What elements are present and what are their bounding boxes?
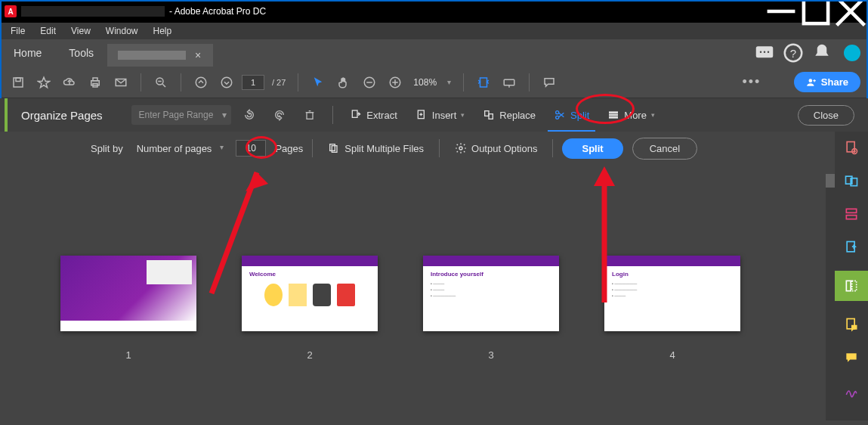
user-avatar[interactable]: [844, 45, 860, 61]
vertical-scrollbar[interactable]: [826, 174, 835, 420]
share-button[interactable]: Share: [794, 72, 860, 92]
print-icon[interactable]: [85, 72, 106, 93]
right-tool-rail: [835, 132, 868, 420]
pages-label: Pages: [275, 143, 303, 154]
zoom-out-icon[interactable]: [150, 72, 171, 93]
main-toolbar: / 27 108% ▾ ••• Share: [0, 67, 868, 98]
thumbnail-canvas[interactable]: 1 Welcome 2 Introduce yourself• ———• ———…: [0, 165, 868, 425]
comment-tool-icon[interactable]: [842, 348, 861, 368]
organize-pages-icon[interactable]: [835, 271, 868, 301]
help-icon[interactable]: ?: [782, 42, 805, 64]
replace-button[interactable]: Replace: [477, 106, 542, 124]
split-action-button[interactable]: Split: [562, 138, 622, 159]
page-total-label: / 27: [272, 78, 286, 87]
combine-icon[interactable]: [842, 171, 861, 191]
extract-label: Extract: [366, 110, 397, 121]
tab-home[interactable]: Home: [0, 39, 55, 67]
page-up-icon[interactable]: [190, 72, 212, 93]
page-range-dropdown[interactable]: Enter Page Range: [131, 105, 232, 125]
delete-button[interactable]: [298, 106, 322, 124]
more-icon[interactable]: •••: [741, 72, 762, 93]
zoom-plus-icon[interactable]: [385, 72, 406, 93]
thumb-label: 1: [125, 349, 131, 361]
svg-rect-37: [353, 110, 358, 117]
tab-tools[interactable]: Tools: [55, 39, 107, 67]
page-thumb-4[interactable]: Login• ——————• ——————• ——— 4: [604, 256, 740, 361]
close-tab-icon[interactable]: ×: [195, 49, 201, 61]
svg-rect-29: [504, 79, 514, 85]
svg-rect-1: [804, 0, 828, 23]
more-button[interactable]: More▾: [601, 106, 661, 124]
menu-window[interactable]: Window: [98, 24, 146, 38]
page-down-icon[interactable]: [216, 72, 237, 93]
maximize-button[interactable]: [798, 0, 833, 23]
hand-tool-icon[interactable]: [333, 72, 354, 93]
svg-rect-34: [307, 113, 313, 119]
share-label: Share: [821, 76, 848, 88]
svg-point-6: [764, 51, 766, 54]
app-icon: A: [5, 5, 17, 17]
zoom-minus-icon[interactable]: [359, 72, 380, 93]
split-options-bar: Split by Number of pages Pages Split Mul…: [0, 132, 868, 165]
menu-help[interactable]: Help: [146, 24, 180, 38]
svg-rect-63: [846, 209, 856, 212]
rotate-ccw-button[interactable]: [237, 106, 261, 124]
split-tool-button[interactable]: Split: [548, 106, 595, 124]
split-multiple-button[interactable]: Split Multiple Files: [322, 139, 430, 157]
cloud-upload-icon[interactable]: [59, 72, 80, 93]
cancel-button[interactable]: Cancel: [632, 138, 697, 160]
scrollbar-thumb[interactable]: [826, 174, 835, 188]
split-count-input[interactable]: [236, 140, 266, 157]
svg-point-21: [196, 77, 206, 88]
menu-view[interactable]: View: [63, 24, 98, 38]
email-icon[interactable]: [110, 72, 131, 93]
rotate-cw-button[interactable]: [267, 106, 292, 124]
svg-rect-67: [852, 281, 857, 290]
page-thumb-3[interactable]: Introduce yourself• ———• ———• —————— 3: [423, 256, 559, 361]
page-thumb-2[interactable]: Welcome 2: [242, 256, 378, 361]
split-method-dropdown[interactable]: Number of pages: [132, 140, 227, 157]
svg-rect-41: [485, 111, 489, 116]
split-multi-label: Split Multiple Files: [344, 143, 424, 154]
extract-button[interactable]: Extract: [344, 106, 403, 124]
page-thumb-1[interactable]: 1: [60, 256, 196, 361]
thumb-label: 3: [488, 349, 493, 361]
star-icon[interactable]: [33, 72, 54, 93]
document-tab-name-redacted: [118, 51, 186, 60]
minimize-button[interactable]: [764, 0, 798, 23]
bell-icon[interactable]: [811, 42, 833, 64]
insert-label: Insert: [432, 110, 457, 121]
zoom-dropdown-icon[interactable]: ▾: [447, 78, 451, 86]
thumb-label: 2: [307, 349, 312, 361]
svg-text:?: ?: [790, 47, 796, 60]
svg-marker-12: [39, 77, 50, 88]
output-options-button[interactable]: Output Options: [449, 139, 543, 157]
menu-edit[interactable]: Edit: [32, 24, 63, 38]
create-pdf-icon[interactable]: [842, 138, 861, 157]
title-bar: A - Adobe Acrobat Pro DC: [0, 0, 868, 23]
export-pdf-icon[interactable]: [842, 237, 861, 257]
svg-rect-47: [610, 112, 618, 113]
split-by-label: Split by: [91, 143, 123, 154]
organize-title: Organize Pages: [21, 109, 103, 122]
fit-page-icon[interactable]: [473, 72, 494, 93]
menu-file[interactable]: File: [3, 24, 32, 38]
edit-pdf-icon[interactable]: [842, 204, 861, 224]
keyboard-icon[interactable]: [499, 72, 520, 93]
close-tool-button[interactable]: Close: [798, 105, 854, 126]
split-label: Split: [570, 110, 589, 121]
insert-button[interactable]: Insert▾: [409, 106, 471, 124]
page-number-input[interactable]: [242, 75, 264, 90]
comment-icon[interactable]: [539, 72, 560, 93]
svg-rect-28: [480, 78, 487, 87]
sign-icon[interactable]: [842, 381, 861, 401]
zoom-level[interactable]: 108%: [413, 77, 437, 88]
document-tab[interactable]: ×: [107, 44, 213, 67]
close-window-button[interactable]: [833, 0, 868, 23]
chat-icon[interactable]: [753, 42, 776, 64]
select-tool-icon[interactable]: [307, 72, 329, 93]
person-plus-icon: [806, 77, 817, 88]
save-icon[interactable]: [8, 72, 29, 93]
svg-rect-48: [610, 114, 618, 115]
send-comments-icon[interactable]: [842, 315, 861, 334]
